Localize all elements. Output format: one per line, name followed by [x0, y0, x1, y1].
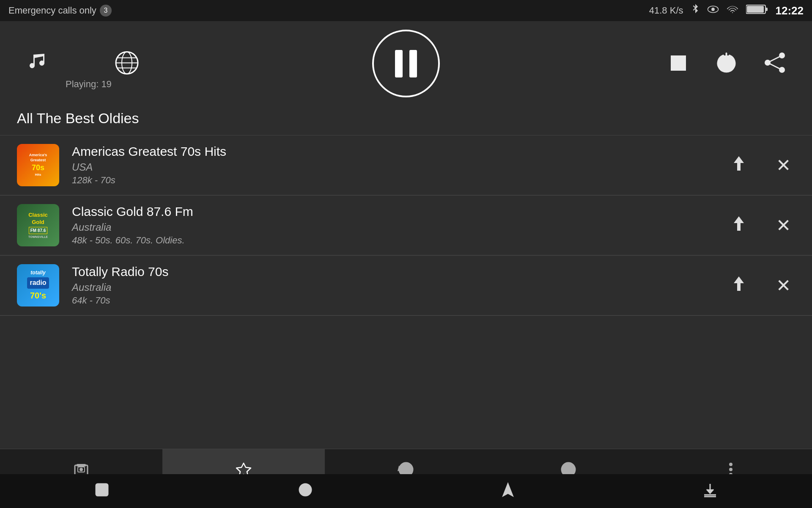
station-meta-1: 128k - 70s — [72, 175, 719, 186]
svg-marker-37 — [503, 484, 513, 496]
emergency-text: Emergency calls only — [8, 5, 96, 16]
station-info-2: Classic Gold 87.6 Fm Australia 48k - 50s… — [72, 204, 719, 246]
sys-back-btn[interactable] — [86, 478, 118, 505]
station-country-2: Australia — [72, 221, 719, 233]
station-upload-btn-1[interactable] — [727, 150, 751, 180]
svg-rect-3 — [765, 8, 768, 11]
battery-indicator — [746, 4, 768, 17]
station-item-3[interactable]: totally radio 70's Totally Radio 70s Aus… — [0, 256, 812, 315]
app-container: Playing: 19 — [0, 21, 812, 508]
station-info-1: Americas Greatest 70s Hits USA 128k - 70… — [72, 144, 719, 186]
sys-recent-btn[interactable] — [493, 478, 523, 505]
divider-3 — [0, 315, 812, 316]
share-button[interactable] — [763, 51, 787, 76]
station-upload-btn-3[interactable] — [727, 271, 751, 301]
svg-point-22 — [80, 468, 83, 471]
svg-rect-10 — [671, 55, 686, 71]
station-upload-btn-2[interactable] — [727, 210, 751, 240]
station-info-3: Totally Radio 70s Australia 64k - 70s — [72, 265, 719, 306]
station-actions-1: ✕ — [727, 150, 795, 180]
svg-rect-23 — [77, 464, 86, 467]
pause-bar-left — [395, 50, 403, 77]
station-actions-2: ✕ — [727, 210, 795, 240]
player-right-controls — [667, 51, 787, 76]
status-right: 41.8 K/s 12:22 — [649, 3, 804, 18]
station-meta-2: 48k - 50s. 60s. 70s. Oldies. — [72, 235, 719, 246]
station-item-2[interactable]: Classic Gold FM 87.6 TOWNSVILLE Classic … — [0, 196, 812, 255]
svg-line-15 — [768, 55, 782, 63]
svg-marker-17 — [734, 156, 744, 171]
playing-label: Playing: 19 — [66, 79, 112, 90]
stop-button[interactable] — [667, 52, 689, 75]
power-button[interactable] — [715, 51, 738, 76]
station-logo-3: totally radio 70's — [17, 264, 59, 306]
player-header: Playing: 19 — [0, 21, 812, 106]
globe-icon-btn[interactable] — [114, 50, 140, 77]
svg-point-1 — [711, 8, 715, 11]
pause-bar-right — [409, 50, 417, 77]
station-remove-btn-3[interactable]: ✕ — [772, 271, 795, 300]
svg-rect-4 — [747, 6, 764, 13]
playlist-title: All The Best Oldies — [0, 106, 812, 135]
station-logo-1: America's Greatest 70s Hits — [17, 144, 59, 186]
time-display: 12:22 — [776, 4, 804, 17]
wifi-icon — [727, 5, 738, 17]
notification-badge: 3 — [100, 5, 112, 17]
station-meta-3: 64k - 70s — [72, 295, 719, 306]
station-item-1[interactable]: America's Greatest 70s Hits Americas Gre… — [0, 135, 812, 195]
svg-point-33 — [729, 468, 732, 471]
station-list: America's Greatest 70s Hits Americas Gre… — [0, 135, 812, 449]
bluetooth-icon — [691, 3, 700, 18]
eye-icon — [707, 5, 719, 16]
station-name-2: Classic Gold 87.6 Fm — [72, 204, 719, 219]
station-remove-btn-1[interactable]: ✕ — [772, 151, 795, 180]
station-country-1: USA — [72, 161, 719, 173]
pause-button[interactable] — [372, 30, 440, 97]
system-navigation — [0, 474, 812, 508]
station-actions-3: ✕ — [727, 271, 795, 301]
music-icon-btn[interactable] — [25, 50, 51, 77]
status-left: Emergency calls only 3 — [8, 5, 112, 17]
playlist-title-text: All The Best Oldies — [17, 110, 139, 126]
player-left-controls — [25, 50, 51, 77]
station-logo-2: Classic Gold FM 87.6 TOWNSVILLE — [17, 204, 59, 246]
station-remove-btn-2[interactable]: ✕ — [772, 211, 795, 240]
sys-home-btn[interactable] — [289, 478, 321, 505]
svg-line-16 — [768, 63, 782, 70]
svg-marker-19 — [734, 276, 744, 291]
data-speed: 41.8 K/s — [649, 5, 683, 16]
station-name-3: Totally Radio 70s — [72, 265, 719, 279]
svg-point-32 — [729, 463, 732, 466]
sys-download-btn[interactable] — [694, 478, 726, 505]
status-bar: Emergency calls only 3 41.8 K/s 12:22 — [0, 0, 812, 21]
station-country-3: Australia — [72, 282, 719, 293]
station-name-1: Americas Greatest 70s Hits — [72, 144, 719, 159]
svg-point-36 — [299, 484, 311, 496]
svg-marker-18 — [734, 216, 744, 231]
svg-rect-35 — [96, 484, 108, 496]
